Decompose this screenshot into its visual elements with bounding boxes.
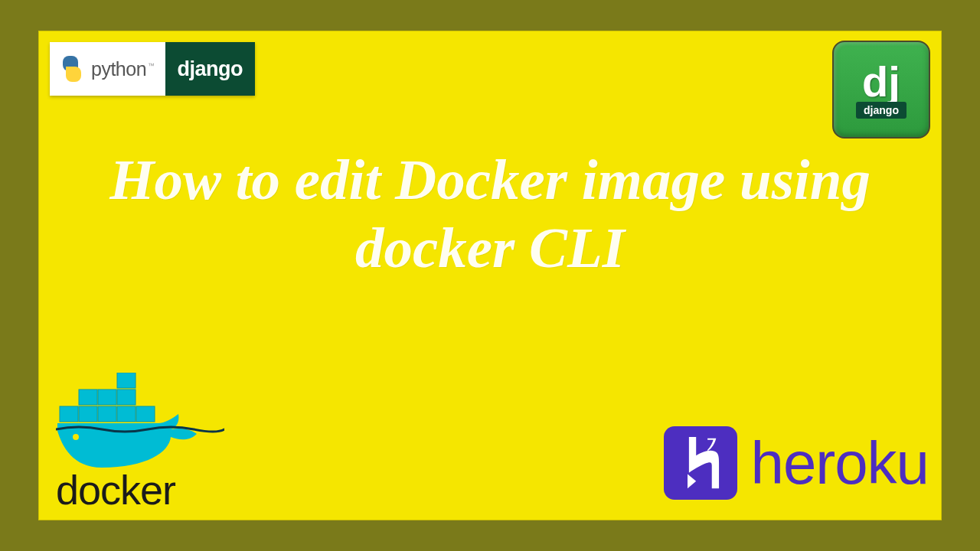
heroku-label: heroku (751, 429, 929, 498)
slide-title: How to edit Docker image using docker CL… (39, 146, 941, 282)
svg-rect-8 (136, 406, 155, 422)
django-square-label: django (856, 102, 906, 119)
svg-rect-7 (117, 406, 136, 422)
svg-rect-2 (98, 390, 116, 405)
svg-rect-6 (98, 406, 116, 422)
docker-logo: docker (56, 373, 224, 514)
svg-point-9 (73, 434, 79, 440)
svg-rect-5 (79, 406, 97, 422)
svg-rect-4 (60, 406, 78, 422)
heroku-logo: heroku (664, 426, 929, 500)
heroku-icon (664, 426, 737, 500)
svg-rect-1 (79, 390, 97, 405)
svg-rect-0 (117, 373, 136, 388)
django-square-icon: dj django (832, 41, 930, 139)
slide-frame: python django dj django How to edit Dock… (38, 31, 942, 520)
docker-whale-icon (56, 373, 224, 472)
python-badge-left: python (50, 42, 165, 96)
python-label: python (91, 58, 155, 80)
python-django-badge: python django (50, 42, 255, 96)
django-dj-text: dj (862, 65, 900, 99)
svg-rect-3 (117, 390, 136, 405)
django-badge-right: django (165, 42, 256, 96)
docker-label: docker (56, 466, 224, 514)
python-icon (59, 56, 85, 82)
